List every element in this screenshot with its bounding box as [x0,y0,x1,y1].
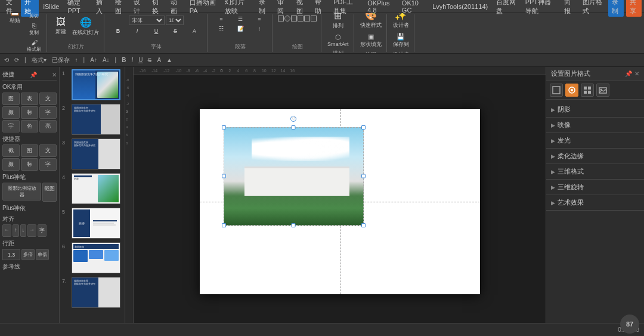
shape6[interactable] [311,16,317,21]
bullets-button[interactable]: ☷ [212,25,230,32]
slide-thumb-6[interactable]: 我国旅游 [72,242,120,273]
menu-baidu[interactable]: 百度网盘 [493,0,520,17]
zoom-badge[interactable]: 87 [620,315,639,334]
menu-img-format[interactable]: 图片格式 [579,0,606,17]
slide-thumb-5[interactable]: 旅游 [72,208,120,239]
3d-rotate-header[interactable]: ▶ 三维旋转 [546,180,644,195]
ok-btn-9[interactable]: 亮 [39,120,57,132]
underline-button[interactable]: U [147,27,165,35]
font-size-down[interactable]: A↓ [101,56,112,64]
linespace-input[interactable] [2,249,20,260]
align-down-btn[interactable]: ↓ [20,224,27,237]
slide-canvas[interactable]: ↺ [200,109,480,294]
italic-btn2[interactable]: I [129,56,135,64]
ratio-scaler-btn[interactable]: 图形比例缩放器 [2,183,41,201]
font-family-select[interactable]: 宋体 [129,16,165,25]
slide-thumb-1[interactable]: 我国旅游竞争力提升研究 [72,69,120,100]
ok-btn-4[interactable]: 颜 [2,106,20,119]
designer-button[interactable]: ✨ 设计者 [392,13,410,30]
ok-btn-2[interactable]: 表 [21,93,38,105]
menu-confirm[interactable]: 确定PPT [64,0,91,16]
image-element[interactable]: ↺ [224,127,364,226]
art-effect-header[interactable]: ▶ 艺术效果 [546,195,644,210]
right-panel-pin[interactable]: 📌 [625,70,632,77]
ok-btn-3[interactable]: 文 [39,93,57,105]
align-right-button[interactable]: ≡ [250,16,268,23]
undo-button[interactable]: ⟲ [2,56,11,64]
conv-btn-6[interactable]: 字 [39,158,57,171]
smartart-button[interactable]: ⬡ SmartArt [326,32,350,48]
align-right-btn[interactable]: → [27,224,36,237]
font-color-btn2[interactable]: A [155,56,163,64]
slide-thumb-4[interactable]: 内容 [72,173,120,204]
italic-button[interactable]: I [128,27,146,35]
menu-ppt-nav[interactable]: PPT神器导航 [522,0,559,17]
highlight-btn[interactable]: ▲ [165,56,174,64]
ok-btn-6[interactable]: 字 [39,106,57,119]
ok-btn-5[interactable]: 标 [21,106,38,119]
ok-btn-7[interactable]: 宇 [2,120,20,132]
align-left-btn[interactable]: ← [2,224,11,237]
underline-btn2[interactable]: U [137,56,144,64]
shadow-header[interactable]: ▶ 阴影 [546,102,644,117]
menu-okplus[interactable]: OKPlus 4.8 [364,0,397,15]
glow-header[interactable]: ▶ 发光 [546,133,644,148]
reflection-header[interactable]: ▶ 映像 [546,118,644,132]
bold-button[interactable]: B [109,27,127,35]
align-up-btn[interactable]: ↑ [13,224,19,237]
arrange-button[interactable]: ⊞ 排列 [329,13,347,31]
soften-header[interactable]: ▶ 柔化边缘 [546,149,644,164]
conv-btn-1[interactable]: 截 [2,144,20,157]
font-color-button[interactable]: A [185,27,203,35]
single-line-btn[interactable]: 单倍 [36,249,49,260]
format-painter-button[interactable]: 🖌 格式刷 [25,38,43,54]
menu-report[interactable]: 简报 [561,0,578,17]
tab-effect[interactable] [565,84,578,97]
slide-thumb-7[interactable]: 我国旅游竞景国际竞争力提升研究 [72,277,120,308]
slide-thumb-2[interactable]: 我国旅游竞争国际竞争力提升研究 [72,104,120,135]
rotate-handle[interactable]: ↺ [290,116,296,122]
multi-line-btn[interactable]: 多倍 [21,249,35,260]
align-char-btn[interactable]: 字 [38,224,47,237]
shape5[interactable] [304,16,310,21]
redo-button[interactable]: ⟳ [13,56,21,64]
bold-btn2[interactable]: B [120,56,128,64]
slide-thumb-3[interactable]: 我国旅游竞景国际竞争力提升研究 [72,138,120,169]
ok-btn-8[interactable]: 色 [21,120,38,132]
save-btn2[interactable]: ↑ [73,56,80,64]
rect-shape[interactable] [278,16,284,21]
share-button[interactable]: 共享 [626,0,642,17]
conv-btn-3[interactable]: 文 [39,144,57,157]
conv-btn-5[interactable]: 标 [21,158,38,171]
menu-islide[interactable]: iSlide [40,2,63,11]
tab-layout[interactable] [581,84,594,97]
strikethrough-btn2[interactable]: S̶ [146,56,153,64]
circle-shape[interactable] [284,16,290,21]
menu-ok10[interactable]: OK10 GC [398,0,428,15]
tab-fill[interactable] [550,84,563,97]
edit-button[interactable]: 录制 [608,0,624,17]
strikethrough-button[interactable]: S [166,27,184,35]
align-center-button[interactable]: ☰ [231,16,249,23]
menu-pa[interactable]: 口播动画PA [186,0,220,16]
paste-button[interactable]: 📋 粘贴 [6,13,24,54]
font-size-up[interactable]: A↑ [88,56,99,64]
panel-pin-icon[interactable]: 📌 [30,72,37,78]
quick-style-button[interactable]: 🎨 快速样式 [359,13,383,30]
right-panel-close[interactable]: ✕ [634,70,639,77]
conv-btn-4[interactable]: 颜 [2,158,20,171]
menu-tools[interactable]: LvyhTools(201114) [429,2,491,11]
fill-color-button[interactable]: ▣ 形状填充 [359,32,383,50]
conv-btn-2[interactable]: 图 [21,144,38,157]
cut-button[interactable]: ✂ 剪切 [25,13,43,20]
line-shape[interactable] [298,16,304,21]
numbering-button[interactable]: 📝 [231,25,249,32]
line-spacing-button[interactable]: ↕ [250,25,268,32]
align-left-button[interactable]: ≡ [212,16,230,23]
3d-format-header[interactable]: ▶ 三维格式 [546,164,644,179]
copy-button[interactable]: ⎘ 复制 [25,21,43,37]
online-slide-button[interactable]: 🌐 在线幻灯片 [71,16,100,38]
font-size-select[interactable]: 18 [166,16,184,25]
screenshot-btn[interactable]: 截图 [42,183,57,202]
save-hd-button[interactable]: 💾 保存到 [392,32,410,50]
